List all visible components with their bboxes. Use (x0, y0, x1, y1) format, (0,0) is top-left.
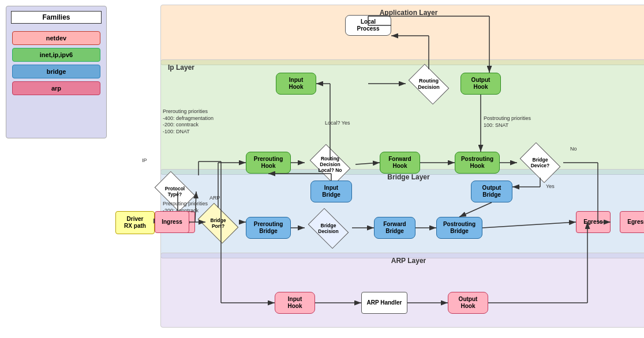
output-hook-arp-node: Output Hook (448, 292, 488, 314)
output-bridge-node: Output Bridge (471, 181, 512, 202)
input-bridge-node: Input Bridge (310, 181, 352, 202)
layer-app: Application Layer (160, 5, 644, 65)
postrouting-hook-node: Postrouting Hook (455, 152, 500, 174)
ingress-node-outer: Ingress (155, 211, 189, 233)
main-container: Families netdev inet,ip,ipv6 bridge arp … (0, 0, 644, 338)
prerouting-bridge-node: Prerouting Bridge (246, 217, 291, 239)
arp-annotation: ARP (209, 195, 220, 202)
bridge-layer-label: Bridge Layer (387, 173, 429, 181)
ip-layer-label: Ip Layer (168, 63, 194, 72)
forward-hook-node: Forward Hook (380, 152, 420, 174)
yes-bridge-device-annotation: Yes (546, 183, 555, 190)
prerouting-priorities-annotation: Prerouting priorities -400: defragmentat… (163, 108, 214, 136)
arp-handler-node: ARP Handler (361, 292, 407, 314)
driver-rx-node: Driver RX path (115, 211, 155, 234)
legend-inet: inet,ip,ipv6 (12, 48, 100, 62)
prerouting-hook-node: Prerouting Hook (246, 152, 291, 174)
forward-bridge-node: Forward Bridge (374, 217, 415, 239)
egress-node: Egress (576, 211, 611, 233)
routing-decision-top-diamond: Routing Decision (406, 69, 452, 99)
input-hook-ip-node: Input Hook (276, 73, 316, 95)
bridge-decision-diamond: Bridge Decision (305, 212, 352, 245)
no-bridge-device-annotation: No (570, 146, 577, 153)
postrouting-priorities-annotation: Postrouting priorities 100: SNAT (484, 115, 531, 129)
bridge-device-diamond: Bridge Device? (517, 148, 563, 178)
legend-netdev: netdev (12, 31, 100, 45)
local-process-node: Local Process (345, 15, 391, 36)
layer-arp: ARP Layer (160, 253, 644, 328)
routing-decision-mid-diamond: Routing Decision Local? No (305, 148, 355, 181)
input-hook-arp-node: Input Hook (275, 292, 315, 314)
arp-layer-label: ARP Layer (391, 257, 426, 265)
egress-node-outer: Egress (620, 211, 644, 233)
output-hook-ip-node: Output Hook (460, 73, 501, 95)
local-yes-annotation: Local? Yes (325, 120, 350, 127)
legend-title: Families (11, 11, 102, 24)
legend-box: Families netdev inet,ip,ipv6 bridge arp (6, 6, 107, 138)
legend-arp: arp (12, 81, 100, 95)
legend-bridge: bridge (12, 65, 100, 78)
postrouting-bridge-node: Postrouting Bridge (436, 217, 482, 239)
ip-annotation: IP (142, 157, 147, 164)
